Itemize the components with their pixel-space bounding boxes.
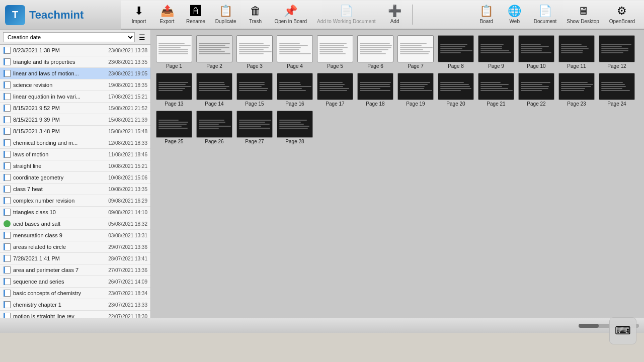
sidebar-item[interactable]: class 7 heat10/08/2021 13:35 <box>0 184 150 195</box>
sidebar-item-date: 26/07/2021 14:09 <box>108 279 147 285</box>
sidebar-item[interactable]: triangles class 1009/08/2021 14:10 <box>0 207 150 218</box>
main-layout: Creation date ☰ 8/23/2021 1:38 PM23/08/2… <box>0 30 644 318</box>
sidebar-item[interactable]: 7/28/2021 1:41 PM28/07/2021 13:41 <box>0 253 150 264</box>
web-label: Web <box>510 19 520 24</box>
sidebar-item-name: chemistry chapter 1 <box>13 302 106 308</box>
sidebar-item[interactable]: triangle and its properties23/08/2021 13… <box>0 56 150 68</box>
page-thumb-image <box>196 111 232 138</box>
page-thumbnail[interactable]: Page 14 <box>196 73 232 107</box>
export-button[interactable]: 📤 Export <box>154 2 180 27</box>
page-thumbnail[interactable]: Page 17 <box>317 73 353 107</box>
filter-icon[interactable]: ☰ <box>137 32 147 42</box>
sidebar-item[interactable]: linear and laws of motion...23/08/2021 1… <box>0 68 150 79</box>
page-thumbnail[interactable]: Page 7 <box>397 35 434 69</box>
sidebar-item[interactable]: linear equation in two vari...17/08/2021… <box>0 91 150 103</box>
sidebar-item[interactable]: straight line10/08/2021 15:21 <box>0 160 150 172</box>
page-label: Page 12 <box>607 63 626 69</box>
sidebar-item[interactable]: motion is straight line rev22/07/2021 18… <box>0 311 150 318</box>
page-thumbnail[interactable]: Page 22 <box>518 73 554 107</box>
sidebar-item-date: 15/08/2021 21:39 <box>108 117 147 123</box>
sidebar-item-name: areas related to circle <box>13 244 106 250</box>
duplicate-button[interactable]: 📋 Duplicate <box>211 2 240 27</box>
page-thumbnail[interactable]: Page 20 <box>438 73 474 107</box>
sidebar-item-date: 09/08/2021 14:10 <box>108 210 147 215</box>
page-thumbnail[interactable]: Page 16 <box>277 73 313 107</box>
page-thumb-image <box>438 35 474 62</box>
notebook-icon <box>3 116 11 124</box>
page-thumb-image <box>196 73 232 100</box>
page-thumbnail[interactable]: Page 3 <box>236 35 273 69</box>
sidebar-item[interactable]: acid bases and salt05/08/2021 18:32 <box>0 218 150 230</box>
add-button[interactable]: ➕ Add <box>382 2 408 27</box>
sidebar-item-date: 11/08/2021 18:46 <box>108 152 147 157</box>
content-area[interactable]: Page 1Page 2Page 3Page 4Page 5Page 6Page… <box>151 30 644 318</box>
page-thumbnail[interactable]: Page 10 <box>518 35 554 69</box>
import-button[interactable]: ⬇ Import <box>126 2 152 27</box>
notebook-icon <box>3 254 11 262</box>
page-label: Page 28 <box>285 139 304 144</box>
page-thumbnail[interactable]: Page 12 <box>599 35 635 69</box>
notebook-icon <box>3 81 11 89</box>
keyboard-icon[interactable]: ⌨ <box>609 317 636 344</box>
page-thumbnail[interactable]: Page 11 <box>558 35 595 69</box>
sidebar-item[interactable]: 8/23/2021 1:38 PM23/08/2021 13:38 <box>0 45 150 56</box>
trash-button[interactable]: 🗑 Trash <box>243 2 269 27</box>
sidebar-item-date: 10/08/2021 15:06 <box>108 175 147 180</box>
trash-icon: 🗑 <box>250 5 261 18</box>
page-thumbnail[interactable]: Page 18 <box>357 73 393 107</box>
add-label: Add <box>390 19 399 24</box>
page-thumbnail[interactable]: Page 24 <box>599 73 635 107</box>
sidebar-item[interactable]: areas related to circle29/07/2021 13:36 <box>0 241 150 253</box>
page-thumbnail[interactable]: Page 28 <box>277 111 313 144</box>
openboard-icon: ⚙ <box>617 5 627 18</box>
sidebar-item[interactable]: 8/15/2021 3:48 PM15/08/2021 15:48 <box>0 126 150 137</box>
document-button[interactable]: 📄 Document <box>530 2 561 27</box>
sidebar-item[interactable]: 8/15/2021 9:39 PM15/08/2021 21:39 <box>0 114 150 126</box>
web-button[interactable]: 🌐 Web <box>502 2 528 27</box>
show-desktop-button[interactable]: 🖥 Show Desktop <box>562 2 603 27</box>
rename-button[interactable]: 🅰 Rename <box>182 2 209 27</box>
page-thumbnail[interactable]: Page 1 <box>156 35 192 69</box>
page-thumbnail[interactable]: Page 4 <box>277 35 313 69</box>
page-thumbnail[interactable]: Page 8 <box>438 35 474 69</box>
page-thumbnail[interactable]: Page 6 <box>357 35 393 69</box>
open-in-board-button[interactable]: 📌 Open in Board <box>271 2 311 27</box>
page-thumbnail[interactable]: Page 26 <box>196 111 232 144</box>
page-thumb-image <box>236 35 273 62</box>
page-label: Page 3 <box>247 63 263 69</box>
page-thumbnail[interactable]: Page 5 <box>317 35 353 69</box>
sidebar-item[interactable]: sequence and series26/07/2021 14:09 <box>0 276 150 288</box>
page-thumbnail[interactable]: Page 27 <box>236 111 273 144</box>
sidebar-item[interactable]: complex number revision09/08/2021 16:29 <box>0 195 150 207</box>
page-thumb-image <box>317 73 353 100</box>
board-button[interactable]: 📋 Board <box>473 2 500 27</box>
sort-select[interactable]: Creation date <box>3 32 135 42</box>
sidebar-item[interactable]: chemical bonding and m...12/08/2021 18:3… <box>0 137 150 149</box>
page-thumbnail[interactable]: Page 21 <box>478 73 514 107</box>
sidebar-item[interactable]: area and perimeter class 727/07/2021 13:… <box>0 264 150 276</box>
pages-grid: Page 1Page 2Page 3Page 4Page 5Page 6Page… <box>156 35 639 144</box>
sidebar-item[interactable]: 8/15/2021 9:52 PM15/08/2021 21:52 <box>0 103 150 114</box>
sidebar-item[interactable]: basic concepts of chemistry23/07/2021 18… <box>0 288 150 299</box>
page-label: Page 27 <box>245 139 264 144</box>
sidebar-item[interactable]: mensuration class 903/08/2021 13:31 <box>0 230 150 241</box>
sidebar-item[interactable]: laws of motion11/08/2021 18:46 <box>0 149 150 160</box>
openboard-button[interactable]: ⚙ OpenBoard <box>605 2 639 27</box>
sidebar-item-date: 28/07/2021 13:41 <box>108 256 147 261</box>
sidebar-item[interactable]: chemistry chapter 123/07/2021 13:33 <box>0 299 150 311</box>
sidebar-item[interactable]: coordinate geometry10/08/2021 15:06 <box>0 172 150 184</box>
logo-area: T Teachmint <box>0 5 121 25</box>
sidebar-item-name: straight line <box>13 163 106 169</box>
page-thumbnail[interactable]: Page 15 <box>236 73 273 107</box>
page-thumb-image <box>156 73 192 100</box>
page-thumbnail[interactable]: Page 2 <box>196 35 232 69</box>
sidebar-item[interactable]: science revision19/08/2021 18:35 <box>0 79 150 91</box>
page-thumbnail[interactable]: Page 19 <box>397 73 434 107</box>
page-label: Page 2 <box>206 63 222 69</box>
page-thumbnail[interactable]: Page 25 <box>156 111 192 144</box>
sidebar-list[interactable]: 8/23/2021 1:38 PM23/08/2021 13:38triangl… <box>0 45 150 318</box>
page-label: Page 23 <box>567 101 586 107</box>
page-thumbnail[interactable]: Page 9 <box>478 35 514 69</box>
page-thumbnail[interactable]: Page 23 <box>558 73 595 107</box>
page-thumbnail[interactable]: Page 13 <box>156 73 192 107</box>
